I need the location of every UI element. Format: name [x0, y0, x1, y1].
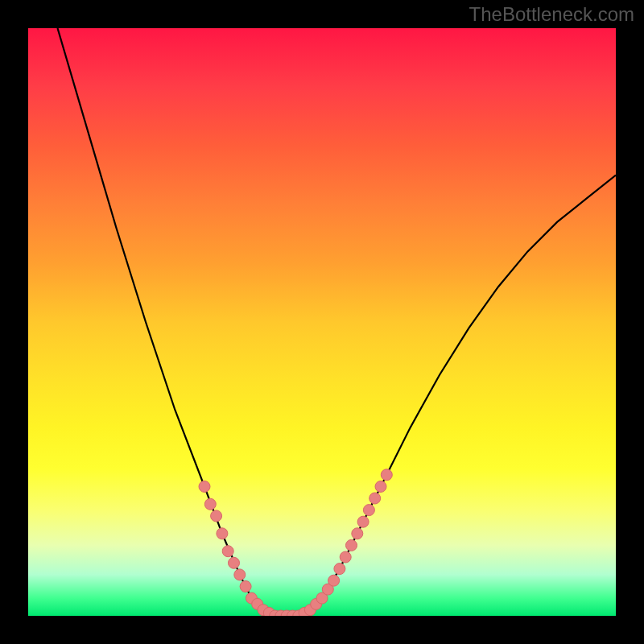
data-marker: [334, 564, 345, 575]
data-marker: [199, 481, 210, 492]
data-marker: [346, 539, 357, 551]
data-marker: [234, 569, 246, 580]
data-marker: [363, 505, 374, 516]
data-marker: [222, 546, 233, 557]
data-marker: [240, 581, 251, 592]
data-marker: [211, 510, 222, 522]
data-marker: [369, 493, 381, 504]
data-marker: [204, 498, 216, 510]
data-marker: [352, 528, 363, 539]
data-marker: [357, 516, 369, 527]
data-marker: [328, 575, 340, 586]
data-marker: [340, 551, 351, 563]
data-markers: [199, 469, 392, 616]
chart-overlay: [28, 28, 616, 616]
bottleneck-curve: [58, 28, 617, 616]
data-marker: [229, 557, 240, 568]
data-marker: [217, 528, 228, 539]
data-marker: [375, 481, 386, 492]
data-marker: [381, 469, 392, 481]
watermark-text: TheBottleneck.com: [469, 3, 634, 26]
